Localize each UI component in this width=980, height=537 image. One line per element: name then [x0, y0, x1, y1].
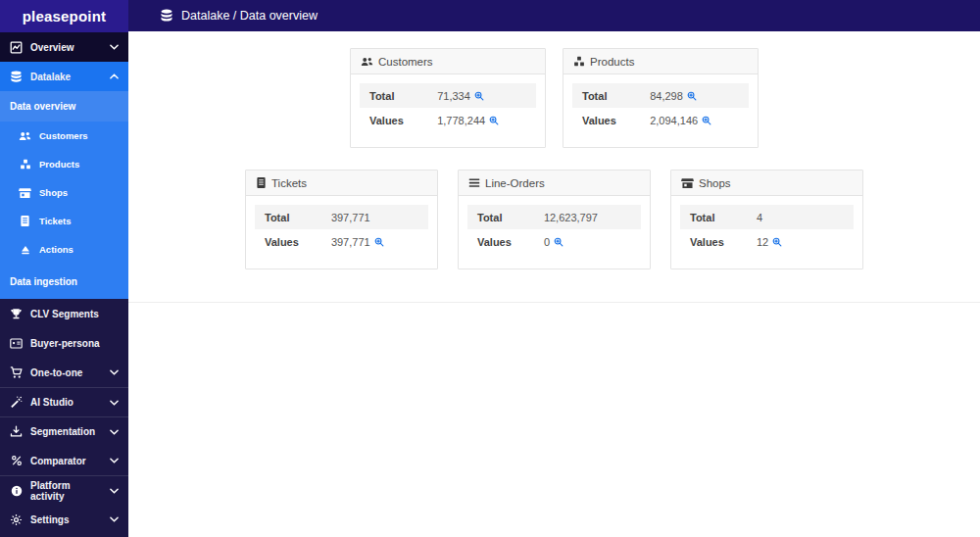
- row-value: 84,298: [650, 90, 683, 102]
- sidebar-item-buyer-persona[interactable]: Buyer-persona: [0, 328, 128, 358]
- table-row: Total 84,298: [572, 83, 749, 108]
- receipt-icon: [19, 215, 31, 227]
- row-value: 12: [757, 236, 768, 248]
- sidebar-item-overview[interactable]: Overview: [0, 32, 128, 62]
- store-icon: [681, 177, 694, 189]
- sidebar-item-label: Datalake: [30, 72, 71, 82]
- users-icon: [19, 130, 31, 142]
- card-title: Products: [590, 56, 634, 68]
- zoom-in-icon[interactable]: [474, 91, 484, 101]
- chevron-down-icon: [110, 400, 119, 406]
- sidebar-item-label: Comparator: [30, 456, 86, 466]
- row-label: Total: [477, 212, 502, 223]
- zoom-in-icon[interactable]: [374, 237, 384, 247]
- sidebar-item-datalake[interactable]: Datalake: [0, 62, 128, 91]
- sidebar-item-ai-studio[interactable]: AI Studio: [0, 387, 128, 416]
- sidebar: pleasepoint Overview Datalake Data overv…: [0, 0, 128, 537]
- card-products: Products Total 84,298 Values 2,094,146: [563, 48, 759, 148]
- sidebar-item-label: Actions: [39, 244, 74, 255]
- sidebar-item-platform-activity[interactable]: Platform activity: [0, 475, 128, 505]
- table-row: Values 2,094,146: [572, 108, 749, 132]
- zoom-in-icon[interactable]: [489, 116, 499, 125]
- sidebar-item-data-overview[interactable]: Data overview: [0, 91, 128, 122]
- zoom-in-icon[interactable]: [702, 116, 711, 125]
- bell-icon: [19, 244, 31, 256]
- card-body: Total 71,334 Values 1,778,244: [351, 74, 545, 147]
- cart-icon: [10, 366, 23, 379]
- database-icon: [160, 9, 173, 23]
- sidebar-item-data-ingestion[interactable]: Data ingestion: [0, 264, 128, 299]
- database-icon: [10, 71, 23, 83]
- sidebar-item-settings[interactable]: Settings: [0, 505, 128, 534]
- sidebar-item-shops[interactable]: Shops: [0, 178, 128, 207]
- card-title: Customers: [378, 56, 433, 68]
- row-label: Values: [582, 115, 616, 126]
- sidebar-item-label: Settings: [30, 514, 69, 525]
- sidebar-item-products[interactable]: Products: [0, 150, 128, 178]
- gear-icon: [10, 513, 23, 526]
- sidebar-item-customers[interactable]: Customers: [0, 122, 128, 150]
- brand-logo: pleasepoint: [0, 0, 128, 32]
- download-icon: [10, 425, 23, 438]
- row-label: Values: [477, 236, 512, 248]
- sidebar-item-comparator[interactable]: Comparator: [0, 446, 128, 475]
- main-area: Datalake / Data overview Customers Total: [128, 0, 980, 537]
- row-label: Values: [265, 236, 299, 248]
- content-section-divider: [128, 302, 980, 303]
- sidebar-item-label: Tickets: [39, 216, 72, 226]
- zoom-in-icon[interactable]: [687, 91, 697, 101]
- sidebar-item-label: One-to-one: [30, 367, 82, 378]
- card-title: Shops: [699, 177, 731, 189]
- table-row: Total 12,623,797: [467, 205, 641, 229]
- sidebar-item-label: CLV Segments: [30, 309, 99, 319]
- zoom-in-icon[interactable]: [554, 237, 564, 247]
- sidebar-item-label: Segmentation: [30, 426, 95, 437]
- trophy-icon: [10, 308, 23, 319]
- sidebar-item-segmentation[interactable]: Segmentation: [0, 416, 128, 446]
- cubes-icon: [573, 56, 585, 68]
- sidebar-item-label: Shops: [39, 187, 68, 198]
- row-value: 0: [544, 236, 550, 248]
- zoom-in-icon[interactable]: [772, 237, 782, 247]
- list-icon: [468, 177, 480, 188]
- users-icon: [361, 56, 373, 68]
- sidebar-item-actions[interactable]: Actions: [0, 235, 128, 264]
- row-label: Values: [690, 236, 724, 248]
- card-body: Total 397,771 Values 397,771: [246, 196, 437, 268]
- chevron-down-icon: [110, 429, 119, 435]
- sidebar-item-label: Products: [39, 159, 79, 170]
- card-title: Tickets: [271, 177, 307, 189]
- row-label: Total: [369, 90, 394, 102]
- sidebar-item-label: Buyer-persona: [30, 338, 100, 349]
- card-header: Products: [564, 49, 758, 74]
- sidebar-item-tickets[interactable]: Tickets: [0, 207, 128, 235]
- card-tickets: Tickets Total 397,771 Values 397,771: [245, 170, 438, 269]
- sidebar-item-label: Overview: [30, 42, 74, 53]
- chart-line-icon: [10, 41, 23, 54]
- row-value: 1,778,244: [437, 115, 485, 126]
- receipt-icon: [256, 176, 267, 189]
- table-row: Total 4: [680, 205, 854, 229]
- row-label: Total: [265, 212, 289, 223]
- row-label: Total: [582, 90, 607, 102]
- chevron-down-icon: [110, 369, 119, 375]
- chevron-down-icon: [110, 44, 119, 50]
- row-value: 397,771: [331, 212, 370, 223]
- content-area: Customers Total 71,334 Values 1,778,244: [128, 31, 980, 537]
- store-icon: [19, 187, 31, 199]
- sidebar-item-label: Data overview: [10, 101, 75, 112]
- table-row: Values 12: [680, 229, 854, 254]
- wand-icon: [10, 396, 23, 409]
- id-card-icon: [10, 338, 23, 349]
- sidebar-item-one-to-one[interactable]: One-to-one: [0, 358, 128, 387]
- percent-icon: [10, 455, 23, 466]
- table-row: Values 0: [467, 229, 641, 254]
- row-label: Values: [369, 115, 404, 126]
- cards-row-2: Tickets Total 397,771 Values 397,771: [128, 170, 980, 269]
- card-header: Tickets: [246, 171, 437, 196]
- page-title: Datalake / Data overview: [181, 9, 318, 23]
- sidebar-item-clv-segments[interactable]: CLV Segments: [0, 299, 128, 328]
- card-shops: Shops Total 4 Values 12: [670, 170, 863, 269]
- chevron-down-icon: [110, 516, 119, 522]
- app-window: pleasepoint Overview Datalake Data overv…: [0, 0, 980, 537]
